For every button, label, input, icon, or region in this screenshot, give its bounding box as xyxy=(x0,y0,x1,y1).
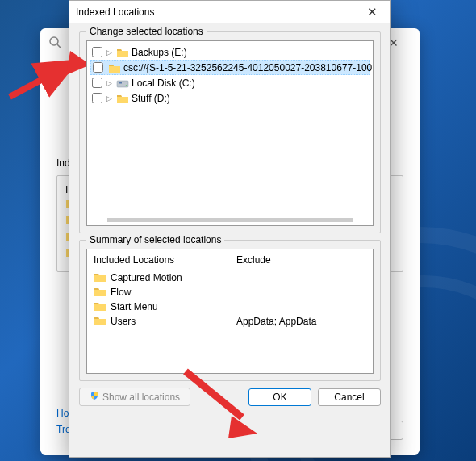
included-item[interactable]: Start Menu xyxy=(94,300,223,314)
exclude-item xyxy=(236,285,366,300)
included-column: Included Locations Captured MotionFlowSt… xyxy=(87,249,230,373)
chevron-right-icon[interactable]: ▷ xyxy=(105,94,114,103)
folder-icon xyxy=(108,61,121,74)
tree-item-label: Backups (E:) xyxy=(132,47,187,58)
tree-item[interactable]: ▷Local Disk (C:) xyxy=(90,75,370,90)
tree-checkbox[interactable] xyxy=(92,78,102,88)
close-button[interactable]: ✕ xyxy=(360,3,384,21)
svg-line-1 xyxy=(57,44,61,48)
exclude-item xyxy=(236,300,366,314)
show-all-locations-button[interactable]: Show all locations xyxy=(79,388,190,406)
tree-checkbox[interactable] xyxy=(92,93,102,103)
ok-button[interactable]: OK xyxy=(248,388,311,406)
horizontal-scrollbar[interactable] xyxy=(107,218,353,222)
folder-icon xyxy=(116,46,129,59)
tree-checkbox[interactable] xyxy=(93,62,103,73)
folder-icon xyxy=(116,92,129,105)
svg-point-4 xyxy=(126,85,127,86)
folder-icon xyxy=(94,315,106,329)
dialog-title: Indexed Locations xyxy=(76,6,360,18)
folder-icon xyxy=(94,286,106,300)
summary-group: Summary of selected locations Included L… xyxy=(79,240,381,381)
change-locations-group: Change selected locations ▷Backups (E:)c… xyxy=(79,31,381,233)
shield-icon xyxy=(90,391,99,403)
tree-checkbox[interactable] xyxy=(92,47,102,57)
included-header: Included Locations xyxy=(94,254,223,266)
tree-item-label: csc://{S-1-5-21-3252562245-4012050027-20… xyxy=(123,62,374,73)
included-item-label: Start Menu xyxy=(111,301,158,312)
svg-rect-2 xyxy=(117,81,128,87)
exclude-header: Exclude xyxy=(236,254,366,266)
chevron-right-icon[interactable]: ▷ xyxy=(105,48,114,57)
folder-icon xyxy=(94,300,106,314)
included-item-label: Users xyxy=(111,316,136,327)
cancel-button[interactable]: Cancel xyxy=(318,388,381,406)
exclude-item: AppData; AppData xyxy=(236,314,366,329)
tree-item[interactable]: ▷Backups (E:) xyxy=(90,44,370,60)
indexed-locations-dialog: Indexed Locations ✕ Change selected loca… xyxy=(69,0,391,458)
summary-group-label: Summary of selected locations xyxy=(86,234,224,245)
search-icon xyxy=(48,36,63,50)
exclude-column: Exclude AppData; AppData xyxy=(230,249,373,373)
tree-item[interactable]: ▷Stuff (D:) xyxy=(90,90,370,106)
included-item-label: Flow xyxy=(111,287,131,298)
included-item[interactable]: Users xyxy=(94,314,223,329)
summary-box: Included Locations Captured MotionFlowSt… xyxy=(86,249,374,374)
included-item[interactable]: Flow xyxy=(94,285,223,300)
show-all-label: Show all locations xyxy=(102,392,180,403)
dialog-button-row: Show all locations OK Cancel xyxy=(79,388,381,406)
titlebar: Indexed Locations ✕ xyxy=(69,1,390,23)
chevron-right-icon[interactable]: ▷ xyxy=(105,78,114,87)
change-group-label: Change selected locations xyxy=(86,26,207,37)
disk-icon xyxy=(116,77,129,90)
exclude-item xyxy=(236,270,366,285)
tree-item-label: Local Disk (C:) xyxy=(132,78,195,89)
tree-item-label: Stuff (D:) xyxy=(132,93,170,104)
included-item-label: Captured Motion xyxy=(111,272,182,283)
tree-item[interactable]: csc://{S-1-5-21-3252562245-4012050027-20… xyxy=(90,60,370,75)
included-item[interactable]: Captured Motion xyxy=(94,270,223,285)
locations-tree[interactable]: ▷Backups (E:)csc://{S-1-5-21-3252562245-… xyxy=(86,40,374,226)
svg-point-0 xyxy=(50,37,58,45)
folder-icon xyxy=(94,271,106,285)
svg-rect-3 xyxy=(119,82,122,84)
